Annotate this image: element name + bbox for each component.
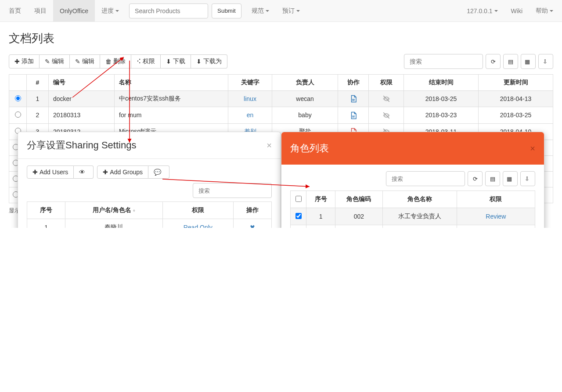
toolbar-group: ✚添加 ✎编辑 ✎编辑 🗑删除 ⠪权限 ⬇下载 ⬇下载为 xyxy=(9,54,227,68)
nav-help[interactable]: 帮助 xyxy=(529,0,560,22)
row-radio[interactable] xyxy=(15,95,21,101)
toggle-button[interactable]: ▤ xyxy=(503,54,518,69)
col-user-role[interactable]: 用户名/角色名 ♦ xyxy=(65,202,163,219)
col-coop[interactable]: 协作 xyxy=(338,75,369,91)
plus-icon: ✚ xyxy=(32,169,38,176)
nav-search-submit[interactable]: Submit xyxy=(212,4,241,18)
roles-export-button[interactable]: ⇩ xyxy=(520,171,535,186)
table-row[interactable]: 1 秦晓川 Read Only ✖ xyxy=(27,219,272,228)
roles-toggle-button[interactable]: ▤ xyxy=(485,171,500,186)
roles-columns-button[interactable]: ▦ xyxy=(503,171,518,186)
chevron-down-icon xyxy=(296,10,300,12)
nav-host[interactable]: 127.0.0.1 xyxy=(460,0,504,22)
col-perm[interactable]: 权限 xyxy=(162,202,233,219)
toolbar: ✚添加 ✎编辑 ✎编辑 🗑删除 ⠪权限 ⬇下载 ⬇下载为 ⟳ ▤ ▦ ⇩ xyxy=(9,54,553,69)
download-icon: ⬇ xyxy=(166,58,171,65)
col-code[interactable]: 编号 xyxy=(49,75,115,91)
col-seq[interactable]: 序号 xyxy=(306,191,335,208)
edit-button[interactable]: ✎编辑 xyxy=(40,54,70,68)
add-groups-button[interactable]: ✚Add Groups xyxy=(97,165,148,179)
roles-select-all[interactable] xyxy=(295,196,302,202)
visibility-button[interactable]: 👁 xyxy=(74,165,94,179)
svg-text:W: W xyxy=(352,115,355,118)
cell-name: 秦晓川 xyxy=(65,219,163,228)
keyword-link[interactable]: en xyxy=(247,111,254,119)
col-perm[interactable]: 权限 xyxy=(457,191,535,208)
col-code[interactable]: 角色编码 xyxy=(335,191,382,208)
nav-spec[interactable]: 规范 xyxy=(245,0,276,22)
coop-icon[interactable]: W xyxy=(338,91,369,107)
nav-home[interactable]: 首页 xyxy=(2,0,28,22)
columns-button[interactable]: ▦ xyxy=(521,54,536,69)
list-icon: ▤ xyxy=(508,58,513,65)
download-icon: ⬇ xyxy=(196,58,202,65)
cell-end: 2018-03-25 xyxy=(404,91,479,107)
chevron-down-icon xyxy=(494,10,498,12)
download-as-button[interactable]: ⬇下载为 xyxy=(191,54,227,68)
nav-onlyoffice[interactable]: OnlyOffice xyxy=(53,0,95,22)
refresh-button[interactable]: ⟳ xyxy=(486,54,501,69)
perm-icon[interactable] xyxy=(369,91,404,107)
nav-project[interactable]: 项目 xyxy=(28,0,53,22)
table-row[interactable]: 2 003 施工专业负责人 Read Only xyxy=(291,225,535,228)
table-row[interactable]: 1 002 水工专业负责人 Review xyxy=(291,208,535,225)
cell-code: 003 xyxy=(335,225,382,228)
table-row[interactable]: 1 docker 中centos7安装ssh服务 linux wecan W 2… xyxy=(9,91,553,107)
sharing-modal: 分享设置Sharing Settings × ✚Add Users 👁 ✚Add… xyxy=(18,132,281,228)
export-icon: ⇩ xyxy=(525,176,530,182)
col-num[interactable]: # xyxy=(27,75,49,91)
roles-modal-close[interactable]: × xyxy=(530,144,535,154)
coop-icon[interactable]: W xyxy=(338,107,369,123)
nav-wiki[interactable]: Wiki xyxy=(504,0,529,22)
delete-button[interactable]: 🗑删除 xyxy=(100,54,131,68)
col-check[interactable] xyxy=(291,191,306,208)
col-keyword[interactable]: 关键字 xyxy=(228,75,272,91)
nav-reserve[interactable]: 预订 xyxy=(276,0,306,22)
svg-text:W: W xyxy=(352,98,355,101)
nav-progress[interactable]: 进度 xyxy=(95,0,126,22)
sharing-modal-close[interactable]: × xyxy=(267,140,272,151)
row-checkbox[interactable] xyxy=(295,213,302,219)
roles-search-input[interactable] xyxy=(386,171,465,186)
cell-code: 20180313 xyxy=(49,107,115,123)
refresh-icon: ⟳ xyxy=(491,58,496,65)
perm-link[interactable]: Read Only xyxy=(184,224,213,228)
cell-code: 002 xyxy=(335,208,382,225)
col-name[interactable]: 角色名称 xyxy=(382,191,457,208)
cell-end: 2018-03-23 xyxy=(404,107,479,123)
chat-button[interactable]: 💬 xyxy=(148,165,169,179)
keyword-link[interactable]: linux xyxy=(244,95,256,102)
col-action[interactable]: 操作 xyxy=(233,202,271,219)
roles-refresh-button[interactable]: ⟳ xyxy=(468,171,483,186)
col-seq[interactable]: 序号 xyxy=(27,202,65,219)
perm-link[interactable]: Review xyxy=(486,213,506,220)
page-title: 文档列表 xyxy=(9,31,553,46)
edit2-button[interactable]: ✎编辑 xyxy=(70,54,100,68)
nav-search-input[interactable] xyxy=(129,4,208,18)
add-users-button[interactable]: ✚Add Users xyxy=(27,165,74,179)
sharing-table: 序号 用户名/角色名 ♦ 权限 操作 1 秦晓川 Read Only ✖ 2 项… xyxy=(27,201,272,228)
col-select xyxy=(9,75,27,91)
download-button[interactable]: ⬇下载 xyxy=(161,54,191,68)
add-button[interactable]: ✚添加 xyxy=(9,54,40,68)
col-upd[interactable]: 更新时间 xyxy=(479,75,553,91)
pencil-icon: ✎ xyxy=(45,58,50,65)
permission-button[interactable]: ⠪权限 xyxy=(131,54,161,68)
perm-icon[interactable] xyxy=(369,107,404,123)
col-name[interactable]: 名称 xyxy=(115,75,228,91)
row-radio[interactable] xyxy=(15,111,21,118)
plus-icon: ✚ xyxy=(103,169,108,176)
table-row[interactable]: 2 20180313 for mum en baby W 2018-03-23 … xyxy=(9,107,553,123)
sharing-modal-title: 分享设置Sharing Settings xyxy=(27,139,136,152)
trash-icon: 🗑 xyxy=(105,58,112,65)
cell-code: docker xyxy=(49,91,115,107)
col-end[interactable]: 结束时间 xyxy=(404,75,479,91)
sharing-search-input[interactable] xyxy=(193,183,272,198)
col-owner[interactable]: 负责人 xyxy=(272,75,338,91)
export-button[interactable]: ⇩ xyxy=(538,54,553,69)
col-perm[interactable]: 权限 xyxy=(369,75,404,91)
chevron-down-icon xyxy=(550,10,553,12)
cell-seq: 1 xyxy=(306,208,335,225)
remove-button[interactable]: ✖ xyxy=(250,224,255,228)
table-search-input[interactable] xyxy=(404,54,483,69)
